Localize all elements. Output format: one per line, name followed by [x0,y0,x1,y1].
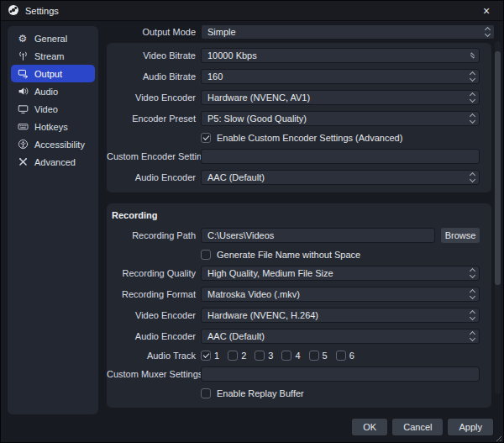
recording-section-title: Recording [112,210,480,220]
combo-arrows-icon [470,266,475,280]
recording-audio-encoder-combo[interactable]: AAC (Default) [201,329,480,344]
enable-custom-encoder-checkbox[interactable] [201,133,211,143]
output-mode-value: Simple [207,27,236,37]
window-title: Settings [25,6,59,16]
video-bitrate-spinbox[interactable]: 10000 Kbps [201,48,480,63]
gear-icon: ⚙ [17,33,29,45]
enable-replay-buffer-checkbox[interactable] [201,388,211,398]
audio-track-5-checkbox[interactable] [309,351,319,361]
apply-button[interactable]: Apply [448,419,493,435]
recording-video-encoder-combo[interactable]: Hardware (NVENC, H.264) [201,308,480,323]
audio-encoder-label: Audio Encoder [107,331,196,341]
output-mode-row: Output Mode Simple [107,24,495,40]
audio-encoder-value: AAC (Default) [207,172,265,182]
settings-body: ⚙ General Stream [1,21,503,443]
recording-path-input[interactable] [201,228,435,243]
sidebar-item-audio[interactable]: Audio [11,82,95,100]
sidebar-item-label: Audio [34,87,58,97]
audio-bitrate-combo[interactable]: 160 [201,69,480,84]
audio-track-label: Audio Track [107,351,196,361]
broadcast-icon [17,50,29,62]
sidebar-item-output[interactable]: Output [11,65,95,82]
video-encoder-label: Video Encoder [107,310,196,320]
resize-grip[interactable] [494,434,501,441]
combo-arrows-icon [470,287,475,301]
generate-file-name-checkbox[interactable] [201,250,211,260]
recording-quality-combo[interactable]: High Quality, Medium File Size [201,266,480,281]
recording-format-row: Recording Format Matroska Video (.mkv) [107,287,480,302]
combo-arrows-icon [470,112,475,125]
sidebar-item-label: Video [34,104,58,114]
sidebar-item-accessibility[interactable]: Accessibility [11,135,95,153]
video-bitrate-row: Video Bitrate 10000 Kbps [107,48,480,63]
audio-track-option-6: 6 [336,351,354,361]
combo-arrows-icon [470,330,475,343]
sidebar-item-label: Advanced [34,157,76,167]
combo-arrows-icon [470,171,475,184]
audio-encoder-value: AAC (Default) [207,331,265,341]
recording-format-label: Recording Format [107,289,196,299]
audio-track-options: 1 2 3 4 [201,351,363,361]
audio-track-option-5: 5 [309,351,328,361]
enable-replay-buffer-row: Enable Replay Buffer [201,388,480,398]
keyboard-icon [17,121,29,133]
sidebar-item-advanced[interactable]: Advanced [11,153,95,171]
output-mode-combo[interactable]: Simple [201,24,495,40]
custom-encoder-settings-label: Custom Encoder Settings [107,151,196,161]
encoder-preset-row: Encoder Preset P5: Slow (Good Quality) [107,111,480,126]
output-mode-label: Output Mode [107,27,196,37]
audio-encoder-label: Audio Encoder [107,172,196,182]
recording-quality-value: High Quality, Medium File Size [207,268,333,278]
output-settings-panel: Output Mode Simple Video Bitrate 10000 K… [107,21,498,408]
video-encoder-label: Video Encoder [107,92,196,103]
audio-track-3-checkbox[interactable] [255,351,265,361]
video-encoder-value: Hardware (NVENC, H.264) [207,310,318,320]
combo-arrows-icon [470,91,475,104]
sidebar-item-stream[interactable]: Stream [11,47,95,65]
ok-button[interactable]: OK [352,419,387,435]
video-bitrate-value: 10000 Kbps [207,50,257,61]
audio-track-4-checkbox[interactable] [281,351,291,361]
recording-path-row: Recording Path Browse [107,228,480,243]
custom-muxer-settings-input[interactable] [201,367,480,382]
speaker-icon [17,86,29,98]
sidebar-item-video[interactable]: Video [11,100,95,118]
custom-encoder-settings-input[interactable] [201,149,480,164]
audio-track-option-3: 3 [255,351,273,361]
audio-bitrate-value: 160 [207,71,223,82]
custom-muxer-settings-row: Custom Muxer Settings [107,367,480,382]
obs-logo-icon [8,4,19,18]
generate-file-name-label: Generate File Name without Space [217,250,360,260]
audio-bitrate-label: Audio Bitrate [107,71,196,82]
accessibility-icon [17,139,29,150]
audio-track-option-1: 1 [201,351,219,361]
settings-window: Settings × ⚙ General Stream [0,0,504,443]
stream-video-encoder-combo[interactable]: Hardware (NVENC, AV1) [201,90,480,105]
dialog-footer: OK Cancel Apply [352,419,493,435]
stream-video-encoder-row: Video Encoder Hardware (NVENC, AV1) [107,90,480,105]
recording-quality-row: Recording Quality High Quality, Medium F… [107,266,480,281]
sidebar-item-general[interactable]: ⚙ General [11,29,95,47]
audio-track-6-checkbox[interactable] [336,351,346,361]
tools-icon [17,156,29,168]
recording-video-encoder-row: Video Encoder Hardware (NVENC, H.264) [107,308,480,323]
encoder-preset-value: P5: Slow (Good Quality) [207,113,307,124]
audio-bitrate-row: Audio Bitrate 160 [107,69,480,84]
recording-format-combo[interactable]: Matroska Video (.mkv) [201,287,480,302]
recording-path-label: Recording Path [107,230,196,240]
scrollbar-thumb[interactable] [495,51,501,285]
close-button[interactable]: × [470,1,503,20]
recording-group: Recording Recording Path Browse Generate… [107,203,491,408]
video-bitrate-label: Video Bitrate [107,50,196,61]
cancel-button[interactable]: Cancel [392,419,443,435]
vertical-scrollbar[interactable] [495,41,501,394]
browse-button[interactable]: Browse [441,228,480,243]
combo-arrows-icon [470,70,475,83]
recording-audio-encoder-row: Audio Encoder AAC (Default) [107,329,480,344]
encoder-preset-combo[interactable]: P5: Slow (Good Quality) [201,111,480,126]
audio-track-1-checkbox[interactable] [201,351,211,361]
audio-track-2-checkbox[interactable] [228,351,238,361]
stream-audio-encoder-combo[interactable]: AAC (Default) [201,170,480,185]
sidebar-item-hotkeys[interactable]: Hotkeys [11,118,95,135]
display-icon [17,103,29,115]
